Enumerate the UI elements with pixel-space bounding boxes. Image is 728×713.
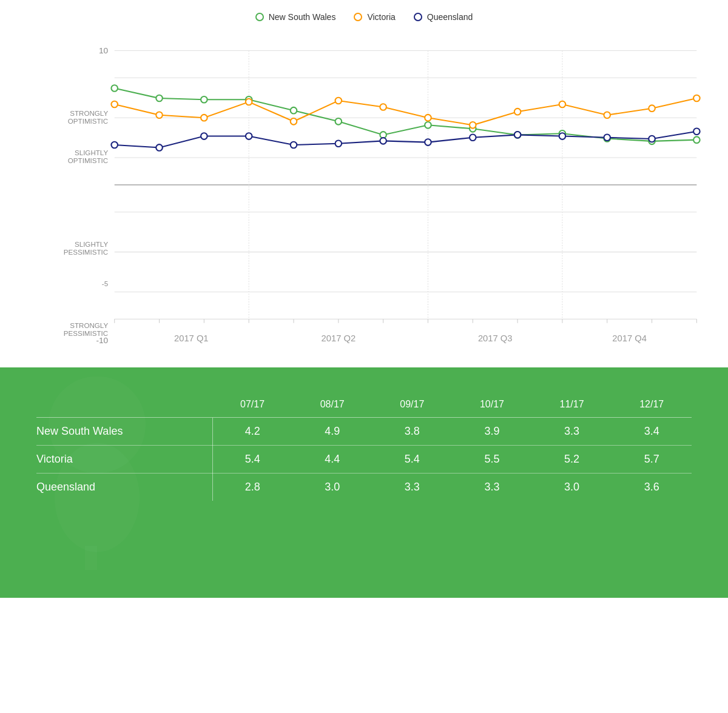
table-cell-qld-0817: 3.0 [292, 474, 372, 501]
table-row-label-nsw: New South Wales [36, 418, 212, 446]
table-cell-nsw-0717: 4.2 [212, 418, 292, 446]
svg-rect-86 [85, 546, 97, 571]
svg-point-42 [111, 85, 118, 92]
svg-point-65 [514, 109, 521, 115]
svg-point-44 [201, 96, 207, 103]
table-cell-nsw-0917: 3.8 [372, 418, 453, 446]
stats-table: 07/17 08/17 09/17 10/17 11/17 12/17 New … [36, 392, 692, 501]
svg-point-63 [425, 115, 431, 121]
svg-point-47 [335, 118, 342, 125]
svg-point-73 [246, 133, 252, 139]
svg-point-56 [111, 101, 118, 108]
svg-text:2017 Q3: 2017 Q3 [478, 333, 513, 343]
table-col-1217: 12/17 [612, 392, 692, 418]
legend-circle-vic [354, 13, 362, 21]
svg-point-64 [470, 122, 476, 129]
svg-point-72 [201, 133, 207, 139]
legend-item-qld: Queensland [414, 12, 473, 22]
table-cell-vic-1117: 5.2 [532, 446, 612, 474]
line-chart: 10 STRONGLY OPTIMISTIC SLIGHTLY OPTIMIST… [12, 34, 716, 361]
svg-point-60 [291, 118, 297, 125]
table-cell-qld-1217: 3.6 [612, 474, 692, 501]
table-row-label-qld: Queensland [36, 474, 212, 501]
legend-circle-qld [414, 13, 422, 21]
svg-text:OPTIMISTIC: OPTIMISTIC [68, 117, 108, 125]
svg-point-57 [156, 112, 163, 118]
svg-point-69 [693, 95, 700, 102]
svg-point-80 [559, 133, 566, 139]
svg-point-71 [156, 144, 163, 151]
legend-label-nsw: New South Wales [269, 12, 336, 22]
legend-item-nsw: New South Wales [255, 12, 336, 22]
legend-circle-nsw [255, 13, 264, 21]
legend-item-vic: Victoria [354, 12, 395, 22]
table-row-vic: Victoria 5.4 4.4 5.4 5.5 5.2 5.7 [36, 446, 692, 474]
svg-text:SLIGHTLY: SLIGHTLY [75, 240, 108, 248]
table-col-0817: 08/17 [292, 392, 372, 418]
table-row-nsw: New South Wales 4.2 4.9 3.8 3.9 3.3 3.4 [36, 418, 692, 446]
svg-point-62 [380, 104, 386, 110]
svg-text:-10: -10 [96, 336, 108, 345]
svg-point-75 [335, 141, 342, 147]
table-row-label-vic: Victoria [36, 446, 212, 474]
svg-text:10: 10 [99, 46, 109, 55]
table-col-1017: 10/17 [452, 392, 532, 418]
table-cell-qld-1017: 3.3 [452, 474, 532, 501]
table-col-0917: 09/17 [372, 392, 453, 418]
table-cell-vic-0717: 5.4 [212, 446, 292, 474]
svg-text:2017 Q2: 2017 Q2 [322, 333, 356, 343]
svg-point-61 [335, 98, 342, 104]
table-cell-qld-0917: 3.3 [372, 474, 453, 501]
svg-point-67 [604, 112, 610, 118]
svg-text:2017 Q4: 2017 Q4 [612, 333, 647, 343]
svg-point-66 [559, 101, 566, 108]
table-cell-qld-0717: 2.8 [212, 474, 292, 501]
table-col-1117: 11/17 [532, 392, 612, 418]
chart-section: New South Wales Victoria Queensland [0, 0, 728, 367]
table-header-row: 07/17 08/17 09/17 10/17 11/17 12/17 [36, 392, 692, 418]
svg-text:OPTIMISTIC: OPTIMISTIC [68, 156, 108, 164]
svg-text:PESSIMISTIC: PESSIMISTIC [64, 248, 108, 256]
svg-point-78 [470, 134, 476, 141]
svg-point-58 [201, 115, 207, 121]
table-cell-vic-0917: 5.4 [372, 446, 453, 474]
data-table-section: 07/17 08/17 09/17 10/17 11/17 12/17 New … [0, 367, 728, 598]
svg-point-55 [693, 136, 700, 143]
svg-point-77 [425, 139, 431, 146]
table-cell-nsw-1117: 3.3 [532, 418, 612, 446]
svg-text:STRONGLY: STRONGLY [70, 109, 108, 117]
svg-point-82 [649, 136, 655, 142]
svg-point-59 [246, 99, 252, 105]
svg-point-43 [156, 95, 163, 102]
table-row-qld: Queensland 2.8 3.0 3.3 3.3 3.0 3.6 [36, 474, 692, 501]
svg-point-70 [111, 142, 118, 149]
table-cell-vic-1017: 5.5 [452, 446, 532, 474]
table-cell-vic-1217: 5.7 [612, 446, 692, 474]
svg-text:SLIGHTLY: SLIGHTLY [75, 149, 108, 156]
svg-point-49 [425, 122, 431, 129]
table-cell-nsw-1217: 3.4 [612, 418, 692, 446]
legend-label-vic: Victoria [367, 12, 395, 22]
table-col-label [36, 392, 212, 418]
svg-point-76 [380, 138, 386, 144]
table-col-0717: 07/17 [212, 392, 292, 418]
svg-point-46 [291, 107, 297, 114]
svg-point-68 [649, 105, 655, 112]
svg-point-81 [604, 134, 610, 141]
table-cell-nsw-0817: 4.9 [292, 418, 372, 446]
table-cell-qld-1117: 3.0 [532, 474, 612, 501]
chart-svg: 10 STRONGLY OPTIMISTIC SLIGHTLY OPTIMIST… [12, 34, 716, 361]
svg-text:STRONGLY: STRONGLY [70, 321, 108, 329]
svg-text:2017 Q1: 2017 Q1 [174, 333, 209, 343]
svg-text:-5: -5 [102, 280, 108, 287]
table-cell-nsw-1017: 3.9 [452, 418, 532, 446]
svg-point-74 [291, 142, 297, 149]
table-cell-vic-0817: 4.4 [292, 446, 372, 474]
chart-legend: New South Wales Victoria Queensland [12, 12, 716, 22]
svg-point-79 [514, 132, 521, 138]
legend-label-qld: Queensland [427, 12, 473, 22]
svg-point-83 [693, 128, 700, 135]
